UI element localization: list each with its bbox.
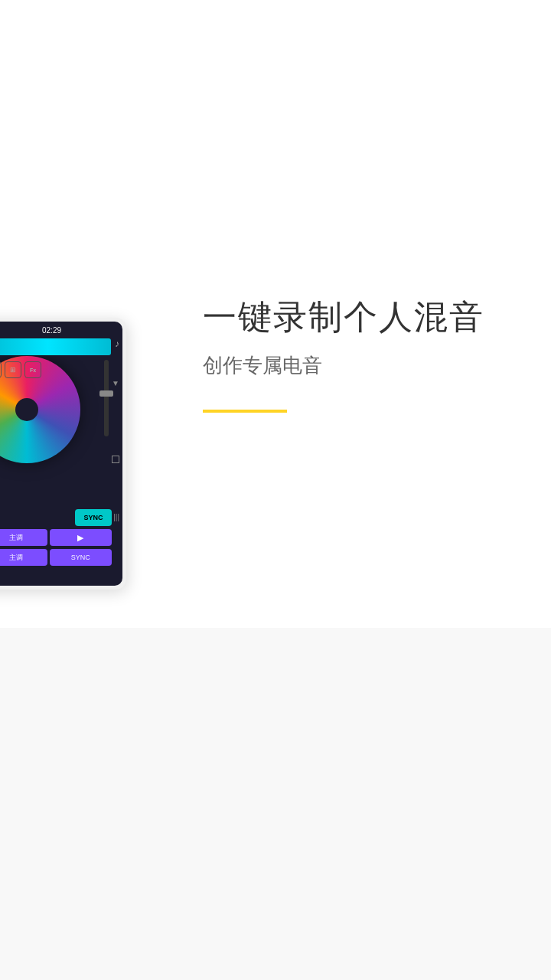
bottom-btn-row1: 主调 ▶ <box>0 529 112 546</box>
top-tablet-waveform <box>0 338 111 355</box>
tablet-top-screen: 02:29 ♪ ○ ⊞ Fx ▼ ||| <box>0 322 122 586</box>
top-tablet-time: 02:29 <box>42 326 61 335</box>
top-section: 一键录制个人混音 创作专属电音 02:29 ♪ ○ ⊞ Fx <box>0 0 551 620</box>
side-bars-icon[interactable]: ||| <box>113 513 119 521</box>
music-note-icon: ♪ <box>115 338 119 349</box>
key-btn-zhu-diao-2[interactable]: 主调 <box>0 549 47 566</box>
side-down-arrow[interactable]: ▼ <box>112 379 119 387</box>
key-btn-zhu-diao-1[interactable]: 主调 <box>0 529 47 546</box>
sync-button[interactable]: SYNC <box>75 509 112 526</box>
fader-handle[interactable] <box>99 390 113 397</box>
turntable-center <box>15 398 38 421</box>
accent-line <box>203 410 287 413</box>
bottom-section: 03:41 〜 Disco Heart 02:29 ♪ ◇ ⚙ ○ ⊞ Fx <box>0 628 551 980</box>
bottom-btn-row2: 主调 SYNC <box>0 549 112 566</box>
loop-button[interactable]: ○ <box>0 361 2 378</box>
fx-button[interactable]: Fx <box>24 361 41 378</box>
play-button[interactable]: ▶ <box>50 529 112 546</box>
cue-button-top[interactable]: SYNC <box>50 549 112 566</box>
eq-button[interactable]: ⊞ <box>5 361 21 378</box>
subheadline-text: 创作专属电音 <box>203 352 322 379</box>
top-tablet-controls: ○ ⊞ Fx <box>0 361 41 378</box>
side-square-button[interactable] <box>112 456 119 463</box>
headline-text: 一键录制个人混音 <box>203 295 484 340</box>
fader-track <box>104 360 109 436</box>
tablet-top-device: 02:29 ♪ ○ ⊞ Fx ▼ ||| <box>0 318 126 590</box>
